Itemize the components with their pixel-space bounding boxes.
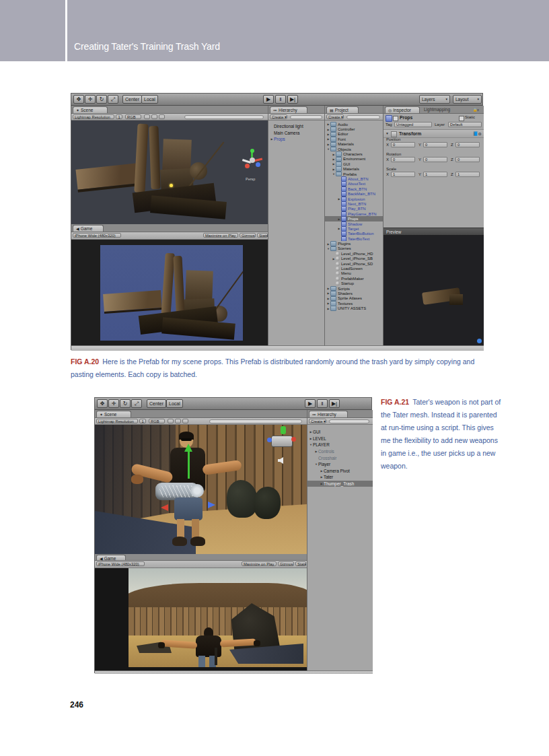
render-mode-dropdown[interactable]: RGB — [149, 419, 165, 423]
pivot-center-button[interactable]: Center — [122, 95, 142, 104]
tree-item-directional-light[interactable]: Directional light — [268, 123, 324, 130]
tree-item-shaders[interactable]: ▶Shaders — [325, 291, 383, 296]
move-tool-icon[interactable]: ✛ — [108, 399, 119, 408]
transform-scale-y-field[interactable]: 1 — [423, 172, 447, 177]
scene-orientation-gizmo[interactable] — [241, 149, 264, 172]
tree-item-playgame-btn[interactable]: PlayGame_BTN — [325, 211, 383, 216]
static-checkbox[interactable] — [459, 116, 464, 121]
hierarchy-search-input[interactable] — [329, 419, 369, 423]
tab-hierarchy[interactable]: ≔Hierarchy — [309, 411, 348, 417]
tag-dropdown[interactable]: Untagged — [394, 122, 432, 127]
tree-item-prefabs[interactable]: ▼Prefabs — [325, 172, 383, 176]
tree-item-props[interactable]: ▶Props — [268, 136, 324, 143]
preview-handle-dot[interactable] — [477, 339, 482, 343]
play-button[interactable]: ▶ — [305, 399, 316, 408]
tree-item-backmain-btn[interactable]: BackMain_BTN — [325, 191, 383, 196]
scale-tool-icon[interactable]: ⤢ — [131, 399, 142, 408]
tree-item-scenes[interactable]: ▼Scenes — [325, 246, 383, 251]
effects-toggle-icon[interactable] — [182, 419, 188, 423]
scene-viewport-props[interactable]: Persp — [71, 121, 268, 224]
tree-item-next-btn[interactable]: Next_BTN — [325, 201, 383, 206]
hierarchy-search-input[interactable] — [290, 115, 322, 119]
tree-item-gui[interactable]: ▶GUI — [325, 162, 383, 166]
tree-item-abouttext[interactable]: AboutText — [325, 182, 383, 186]
play-button[interactable]: ▶ — [263, 95, 274, 104]
tree-item-controls[interactable]: ▶Controls — [307, 448, 373, 455]
active-checkbox[interactable] — [393, 116, 398, 121]
game-viewport-props[interactable] — [71, 240, 268, 345]
tab-scene[interactable]: ✦Scene — [96, 411, 131, 417]
pivot-local-button[interactable]: Local — [141, 95, 158, 104]
scene-viewport-tater[interactable] — [95, 425, 307, 554]
stats-button[interactable]: Stats — [257, 233, 268, 238]
hand-tool-icon[interactable]: ✥ — [97, 399, 108, 408]
tree-item-player[interactable]: ▼PLAYER — [307, 442, 373, 448]
tab-game[interactable]: ◀Game — [96, 555, 126, 560]
persp-label[interactable]: Persp — [246, 177, 255, 181]
transform-position-y-field[interactable]: 0 — [423, 142, 447, 147]
tab-scene[interactable]: ✦Scene — [73, 106, 108, 113]
transform-rotation-z-field[interactable]: 0 — [455, 157, 480, 162]
transform-position-x-field[interactable]: 0 — [391, 142, 415, 147]
tree-item-startup[interactable]: Startup — [325, 281, 383, 286]
tree-item-environment[interactable]: ▶Environment — [325, 157, 383, 162]
tab-hierarchy[interactable]: ≔Hierarchy — [270, 106, 307, 113]
game-resolution-dropdown[interactable]: iPhone Wide (480x320) — [96, 561, 145, 566]
scene-search-input[interactable] — [184, 115, 264, 119]
lightmap-value[interactable]: 1 — [139, 419, 146, 423]
gizmos-button[interactable]: Gizmos — [278, 561, 294, 566]
component-menu-icons[interactable]: 📘⚙ — [473, 131, 482, 136]
audio-toggle-icon[interactable] — [175, 419, 181, 423]
tree-item-target[interactable]: ▶Target — [325, 226, 383, 231]
scene-search-input[interactable] — [209, 419, 302, 423]
lighting-toggle-icon[interactable] — [144, 114, 150, 119]
transform-position-z-field[interactable]: 0 — [455, 142, 480, 147]
lightmap-resolution-dropdown[interactable]: Lightmap Resolution — [73, 114, 114, 119]
step-button[interactable]: ▶| — [329, 399, 340, 408]
tree-item-play-btn[interactable]: Play_BTN — [325, 207, 383, 211]
tree-item-taterbiobutton[interactable]: TaterBioButton — [325, 232, 383, 236]
step-button[interactable]: ▶| — [287, 95, 298, 104]
rotate-tool-icon[interactable]: ↻ — [120, 399, 131, 408]
scale-tool-icon[interactable]: ⤢ — [108, 95, 118, 104]
lightmap-value[interactable]: 1 — [116, 114, 122, 119]
tree-item-controller[interactable]: ▶Controller — [325, 127, 383, 131]
tree-item-prefabmaker[interactable]: PrefabMaker — [325, 276, 383, 281]
tree-item-materials[interactable]: ▶Materials — [325, 142, 383, 147]
tree-item-textures[interactable]: ▶Textures — [325, 301, 383, 306]
tree-item-characters[interactable]: ▶Characters — [325, 151, 383, 156]
tree-item-level[interactable]: ▶LEVEL — [307, 436, 373, 442]
tab-inspector[interactable]: ◎Inspector — [385, 106, 420, 113]
create-dropdown[interactable]: Create ▾ — [309, 419, 326, 423]
pivot-center-button[interactable]: Center — [147, 399, 166, 408]
tree-item-thumper-trash[interactable]: ▶Thumper_Trash — [307, 481, 373, 487]
tree-item-font[interactable]: ▶Font — [325, 137, 383, 141]
tab-game[interactable]: ◀Game — [73, 225, 104, 232]
tree-item-menu[interactable]: Menu — [325, 271, 383, 276]
tree-item-audio[interactable]: ▶Audio — [325, 122, 383, 127]
game-resolution-dropdown[interactable]: iPhone Wide (480x320) — [73, 233, 121, 238]
lighting-toggle-icon[interactable] — [168, 419, 174, 423]
tree-item-taterbiotext[interactable]: TaterBioText — [325, 236, 383, 241]
tree-item-editor[interactable]: ▶Editor — [325, 132, 383, 137]
gizmos-button[interactable]: Gizmos — [240, 233, 256, 238]
tree-item-unity-assets[interactable]: ▶UNITY ASSETS — [325, 306, 383, 310]
audio-toggle-icon[interactable] — [151, 114, 157, 119]
tree-item-main-camera[interactable]: Main Camera — [268, 130, 324, 137]
tree-item-tater[interactable]: ▶Tater — [307, 474, 373, 481]
create-dropdown[interactable]: Create ▾ — [326, 114, 344, 119]
tree-item-camera-pivot[interactable]: ▶Camera Pivot — [307, 468, 373, 475]
tree-item-level-iphone-sb[interactable]: ▶Level_iPhone_SB — [325, 256, 383, 261]
tab-lightmapping[interactable]: Lightmapping — [421, 106, 453, 113]
transform-scale-z-field[interactable]: 1 — [455, 172, 480, 177]
rotate-tool-icon[interactable]: ↻ — [96, 95, 107, 104]
tree-item-about-btn[interactable]: About_BTN — [325, 176, 383, 181]
pause-button[interactable]: ‖ — [317, 399, 328, 408]
lock-icon[interactable]: 🔒≡ — [473, 108, 482, 112]
stats-button[interactable]: Stats — [295, 561, 306, 566]
layer-dropdown[interactable]: Default — [448, 122, 482, 127]
tree-item-materials[interactable]: ▶Materials — [325, 167, 383, 172]
maximize-on-play-button[interactable]: Maximize on Play — [242, 561, 277, 566]
transform-rotation-x-field[interactable]: 0 — [391, 157, 415, 162]
tree-item-objects[interactable]: ▼Objects — [325, 147, 383, 151]
